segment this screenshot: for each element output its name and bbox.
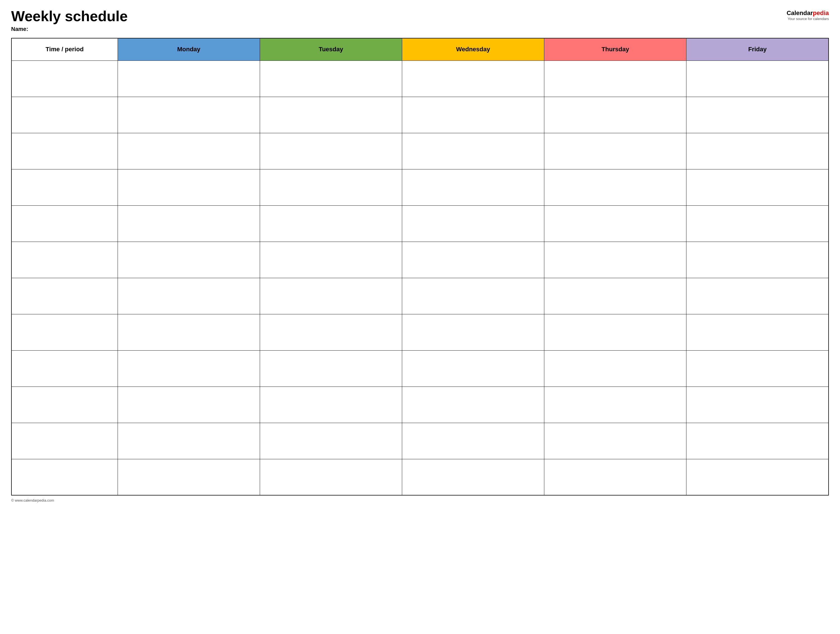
schedule-cell[interactable] — [544, 205, 687, 241]
time-cell[interactable] — [11, 133, 118, 169]
col-header-monday: Monday — [118, 38, 260, 60]
schedule-cell[interactable] — [118, 97, 260, 133]
schedule-cell[interactable] — [544, 386, 687, 423]
schedule-cell[interactable] — [260, 386, 402, 423]
table-row — [11, 350, 829, 386]
table-row — [11, 97, 829, 133]
table-row — [11, 278, 829, 314]
title-section: Weekly schedule Name: — [11, 8, 128, 32]
schedule-cell[interactable] — [687, 314, 829, 350]
schedule-cell[interactable] — [687, 386, 829, 423]
schedule-cell[interactable] — [687, 423, 829, 459]
table-row — [11, 133, 829, 169]
schedule-cell[interactable] — [260, 169, 402, 205]
schedule-cell[interactable] — [260, 423, 402, 459]
table-row — [11, 314, 829, 350]
schedule-cell[interactable] — [118, 241, 260, 278]
name-label: Name: — [11, 26, 128, 32]
time-cell[interactable] — [11, 60, 118, 97]
schedule-cell[interactable] — [544, 60, 687, 97]
time-cell[interactable] — [11, 459, 118, 495]
schedule-cell[interactable] — [260, 350, 402, 386]
time-cell[interactable] — [11, 350, 118, 386]
table-header-row: Time / period Monday Tuesday Wednesday T… — [11, 38, 829, 60]
schedule-cell[interactable] — [687, 278, 829, 314]
footer-url: © www.calendarpedia.com — [11, 498, 54, 503]
schedule-cell[interactable] — [118, 169, 260, 205]
logo-calendar: Calendar — [786, 9, 813, 16]
logo-pedia: pedia — [813, 9, 829, 16]
schedule-table: Time / period Monday Tuesday Wednesday T… — [11, 38, 829, 495]
schedule-cell[interactable] — [260, 205, 402, 241]
schedule-cell[interactable] — [544, 97, 687, 133]
schedule-cell[interactable] — [544, 241, 687, 278]
schedule-cell[interactable] — [402, 97, 544, 133]
schedule-cell[interactable] — [687, 169, 829, 205]
time-cell[interactable] — [11, 205, 118, 241]
page-header: Weekly schedule Name: Calendarpedia Your… — [11, 8, 829, 32]
page-title: Weekly schedule — [11, 8, 128, 24]
table-row — [11, 386, 829, 423]
schedule-cell[interactable] — [544, 133, 687, 169]
time-cell[interactable] — [11, 97, 118, 133]
logo-text: Calendarpedia — [786, 9, 829, 17]
schedule-cell[interactable] — [118, 423, 260, 459]
schedule-cell[interactable] — [118, 386, 260, 423]
schedule-cell[interactable] — [118, 314, 260, 350]
schedule-cell[interactable] — [118, 350, 260, 386]
schedule-cell[interactable] — [402, 241, 544, 278]
logo-section: Calendarpedia Your source for calendars — [786, 9, 829, 21]
schedule-cell[interactable] — [544, 169, 687, 205]
schedule-cell[interactable] — [260, 278, 402, 314]
schedule-cell[interactable] — [402, 423, 544, 459]
schedule-cell[interactable] — [402, 386, 544, 423]
schedule-cell[interactable] — [402, 278, 544, 314]
schedule-cell[interactable] — [260, 459, 402, 495]
time-cell[interactable] — [11, 314, 118, 350]
col-header-friday: Friday — [687, 38, 829, 60]
schedule-cell[interactable] — [544, 459, 687, 495]
schedule-cell[interactable] — [687, 97, 829, 133]
schedule-cell[interactable] — [687, 459, 829, 495]
schedule-cell[interactable] — [544, 350, 687, 386]
schedule-cell[interactable] — [544, 314, 687, 350]
schedule-cell[interactable] — [118, 278, 260, 314]
schedule-cell[interactable] — [118, 133, 260, 169]
schedule-cell[interactable] — [402, 350, 544, 386]
col-header-thursday: Thursday — [544, 38, 687, 60]
col-header-tuesday: Tuesday — [260, 38, 402, 60]
table-row — [11, 169, 829, 205]
schedule-cell[interactable] — [544, 423, 687, 459]
schedule-cell[interactable] — [402, 60, 544, 97]
time-cell[interactable] — [11, 386, 118, 423]
time-cell[interactable] — [11, 241, 118, 278]
schedule-cell[interactable] — [687, 205, 829, 241]
table-row — [11, 241, 829, 278]
time-cell[interactable] — [11, 278, 118, 314]
schedule-cell[interactable] — [260, 241, 402, 278]
table-row — [11, 60, 829, 97]
schedule-cell[interactable] — [687, 350, 829, 386]
time-cell[interactable] — [11, 169, 118, 205]
schedule-cell[interactable] — [118, 60, 260, 97]
col-header-wednesday: Wednesday — [402, 38, 544, 60]
schedule-cell[interactable] — [260, 314, 402, 350]
schedule-cell[interactable] — [402, 459, 544, 495]
schedule-cell[interactable] — [260, 133, 402, 169]
time-cell[interactable] — [11, 423, 118, 459]
schedule-cell[interactable] — [544, 278, 687, 314]
schedule-cell[interactable] — [260, 60, 402, 97]
schedule-cell[interactable] — [402, 133, 544, 169]
schedule-cell[interactable] — [687, 133, 829, 169]
schedule-cell[interactable] — [260, 97, 402, 133]
schedule-cell[interactable] — [118, 205, 260, 241]
schedule-cell[interactable] — [687, 60, 829, 97]
col-header-time: Time / period — [11, 38, 118, 60]
schedule-cell[interactable] — [402, 205, 544, 241]
footer: © www.calendarpedia.com — [11, 498, 829, 503]
schedule-cell[interactable] — [118, 459, 260, 495]
table-row — [11, 459, 829, 495]
schedule-cell[interactable] — [402, 314, 544, 350]
schedule-cell[interactable] — [687, 241, 829, 278]
schedule-cell[interactable] — [402, 169, 544, 205]
